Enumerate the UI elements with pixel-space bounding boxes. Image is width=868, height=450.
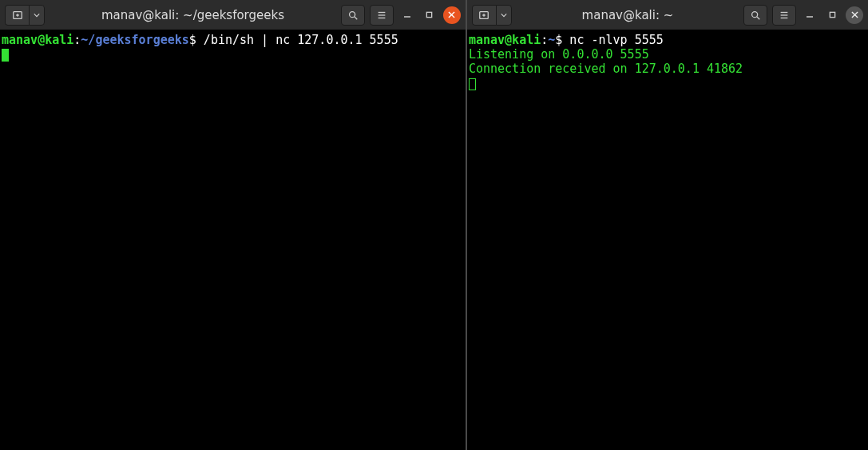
titlebar-left-controls	[5, 5, 45, 26]
prompt-dollar: $	[555, 33, 562, 47]
new-tab-button-r[interactable]	[472, 5, 496, 26]
close-button[interactable]	[443, 6, 461, 24]
svg-line-4	[355, 16, 358, 19]
prompt-path: ~/geeksforgeeks	[81, 33, 188, 47]
minimize-button-r[interactable]	[801, 6, 818, 24]
search-button[interactable]	[341, 5, 365, 26]
output-line-2: Connection received on 127.0.0.1 41862	[469, 62, 866, 76]
cursor-line-left	[2, 47, 464, 62]
close-icon	[448, 11, 455, 18]
close-button-r[interactable]	[846, 6, 863, 24]
tab-dropdown-button-r[interactable]	[496, 5, 512, 26]
minimize-button[interactable]	[398, 6, 416, 24]
new-tab-button[interactable]	[5, 5, 29, 26]
cursor-icon	[2, 49, 9, 62]
svg-line-16	[757, 16, 760, 19]
terminal-window-left: manav@kali: ~/geeksforgeeks manav@kali:~…	[0, 0, 466, 450]
new-tab-group-r	[472, 5, 512, 26]
titlebar-right-controls-left	[341, 5, 461, 26]
maximize-button-r[interactable]	[823, 6, 841, 24]
terminal-body-left[interactable]: manav@kali:~/geeksforgeeks$ /bin/sh | nc…	[0, 30, 466, 450]
maximize-icon	[829, 11, 836, 18]
terminal-window-right: manav@kali: ~ manav@kali:~$ nc -nlvp 555…	[467, 0, 868, 450]
prompt-line-left: manav@kali:~/geeksforgeeks$ /bin/sh | nc…	[2, 33, 464, 47]
maximize-icon	[426, 11, 433, 18]
window-title-right: manav@kali: ~	[515, 8, 740, 22]
titlebar-right: manav@kali: ~	[467, 0, 868, 30]
titlebar-right-controls-r	[743, 5, 863, 26]
prompt-separator: :	[541, 33, 548, 47]
svg-rect-21	[830, 12, 834, 17]
output-line-1: Listening on 0.0.0.0 5555	[469, 47, 866, 62]
svg-point-15	[752, 11, 758, 17]
search-icon	[750, 10, 761, 21]
chevron-down-icon	[501, 12, 507, 18]
titlebar-left: manav@kali: ~/geeksforgeeks	[0, 0, 466, 30]
new-tab-group	[5, 5, 45, 26]
prompt-path: ~	[548, 33, 555, 47]
svg-rect-9	[427, 12, 432, 17]
terminal-body-right[interactable]: manav@kali:~$ nc -nlvp 5555 Listening on…	[467, 30, 868, 450]
command-text: /bin/sh | nc 127.0.0.1 5555	[196, 33, 398, 47]
hamburger-icon	[779, 10, 790, 21]
titlebar-left-controls-r	[472, 5, 512, 26]
cursor-outline-icon	[469, 78, 476, 90]
svg-point-3	[350, 11, 355, 17]
tab-dropdown-button[interactable]	[29, 5, 45, 26]
chevron-down-icon	[34, 12, 40, 18]
menu-button-r[interactable]	[772, 5, 796, 26]
prompt-line-right: manav@kali:~$ nc -nlvp 5555	[469, 33, 866, 47]
menu-button[interactable]	[370, 5, 394, 26]
close-icon	[851, 11, 858, 18]
search-button-r[interactable]	[743, 5, 767, 26]
minimize-icon	[806, 11, 814, 19]
maximize-button[interactable]	[421, 6, 438, 24]
prompt-user: manav@kali	[2, 33, 73, 47]
prompt-separator: :	[73, 33, 81, 47]
prompt-user: manav@kali	[469, 33, 541, 47]
new-tab-icon	[12, 10, 23, 21]
hamburger-icon	[376, 10, 387, 21]
search-icon	[347, 10, 359, 21]
cursor-line-right	[469, 76, 866, 90]
minimize-icon	[403, 11, 411, 19]
prompt-dollar: $	[189, 33, 196, 47]
window-title-left: manav@kali: ~/geeksforgeeks	[48, 8, 338, 22]
command-text: nc -nlvp 5555	[562, 33, 663, 47]
new-tab-icon	[478, 10, 489, 21]
